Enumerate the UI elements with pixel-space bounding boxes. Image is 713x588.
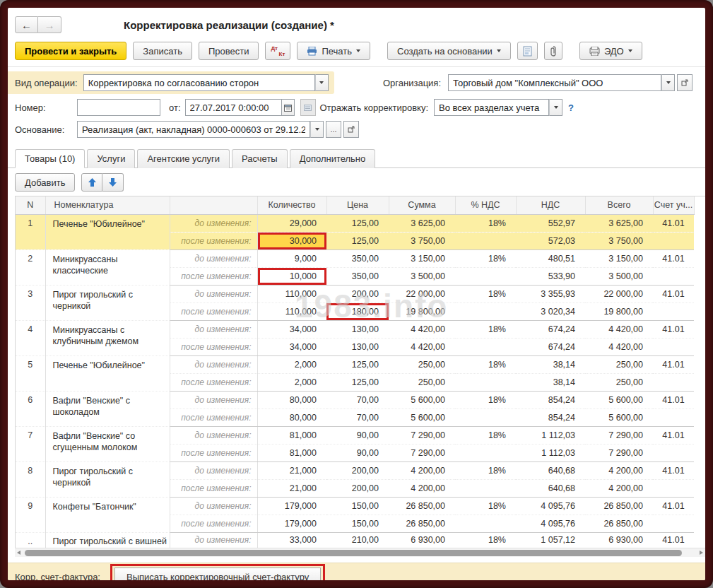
report-structure-button[interactable]: [517, 42, 538, 60]
before-account-cell[interactable]: 41.01: [653, 214, 694, 232]
after-quantity-cell-highlighted[interactable]: 30,000: [257, 232, 326, 249]
col-header-sum[interactable]: Сумма: [389, 196, 455, 214]
before-change-label[interactable]: до изменения:: [170, 285, 257, 302]
nomenclature-cell[interactable]: Миникруассаны с клубничным джемом: [45, 320, 170, 355]
scroll-left-icon[interactable]: [17, 551, 20, 555]
after-sum-cell[interactable]: 250,00: [389, 373, 455, 391]
print-button[interactable]: Печать: [297, 42, 370, 60]
after-vat-rate-cell[interactable]: [455, 408, 516, 426]
row-number-cell[interactable]: 6: [16, 391, 45, 426]
move-up-button[interactable]: [81, 173, 102, 192]
tab-additional[interactable]: Дополнительно: [290, 149, 376, 168]
organization-dropdown-button[interactable]: [661, 74, 675, 91]
after-change-label[interactable]: после изменения:: [170, 373, 257, 391]
before-vat-rate-cell[interactable]: 18%: [455, 355, 516, 373]
operation-dropdown-button[interactable]: [315, 74, 329, 91]
before-account-cell[interactable]: 41.01: [653, 320, 694, 338]
col-header-vat-rate[interactable]: % НДС: [455, 196, 516, 214]
after-price-cell[interactable]: 125,00: [326, 232, 389, 249]
before-sum-cell[interactable]: 3 150,00: [389, 249, 455, 267]
after-account-cell[interactable]: [653, 338, 694, 355]
before-account-cell[interactable]: 41.01: [653, 391, 694, 408]
row-number-cell[interactable]: 3: [16, 285, 45, 320]
after-price-cell[interactable]: 350,00: [326, 267, 389, 285]
after-sum-cell[interactable]: 26 850,00: [389, 514, 455, 532]
after-total-cell[interactable]: 5 600,00: [585, 408, 653, 426]
before-price-cell[interactable]: 200,00: [326, 285, 389, 302]
before-quantity-cell[interactable]: 81,000: [257, 426, 326, 444]
before-quantity-cell[interactable]: 80,000: [257, 391, 326, 408]
base-document-field[interactable]: Реализация (акт, накладная) 0000-000603 …: [77, 121, 310, 138]
before-vat-rate-cell[interactable]: 18%: [455, 249, 516, 267]
nomenclature-cell[interactable]: Вафли "Венские" со сгущенным молоком: [45, 426, 170, 461]
after-sum-cell[interactable]: 5 600,00: [389, 408, 455, 426]
before-account-cell[interactable]: 41.01: [653, 249, 694, 267]
tab-goods[interactable]: Товары (10): [15, 149, 85, 168]
reflect-dropdown-button[interactable]: [549, 99, 562, 116]
col-header-total[interactable]: Всего: [585, 196, 653, 214]
row-number-cell[interactable]: 2: [16, 249, 45, 285]
before-account-cell[interactable]: 41.01: [653, 285, 694, 302]
row-number-cell[interactable]: 9: [16, 497, 45, 532]
before-price-cell[interactable]: 90,00: [326, 426, 389, 444]
after-total-cell[interactable]: 4 420,00: [585, 338, 653, 355]
after-vat-cell[interactable]: 3 020,34: [516, 302, 585, 320]
after-vat-cell[interactable]: 38,14: [516, 373, 585, 391]
before-account-cell[interactable]: 41.01: [653, 426, 694, 444]
before-change-label[interactable]: до изменения:: [170, 532, 257, 548]
before-vat-cell[interactable]: 480,51: [516, 249, 585, 267]
nomenclature-cell[interactable]: Конфеты "Батончик": [45, 497, 170, 532]
before-total-cell[interactable]: 26 850,00: [585, 497, 653, 514]
after-total-cell[interactable]: 250,00: [585, 373, 653, 391]
before-total-cell[interactable]: 250,00: [585, 355, 653, 373]
nomenclature-cell[interactable]: Миникруассаны классические: [45, 249, 170, 285]
after-total-cell[interactable]: 7 290,00: [585, 444, 653, 461]
add-row-button[interactable]: Добавить: [15, 173, 75, 192]
after-quantity-cell[interactable]: 2,000: [257, 373, 326, 391]
after-change-label[interactable]: после изменения:: [170, 302, 257, 320]
after-vat-cell[interactable]: 674,24: [516, 338, 585, 355]
after-sum-cell[interactable]: 19 800,00: [389, 302, 455, 320]
before-vat-cell[interactable]: 3 355,93: [516, 285, 585, 302]
after-total-cell[interactable]: 3 750,00: [585, 232, 653, 249]
date-field[interactable]: 27.07.2017 0:00:00: [185, 99, 281, 116]
nomenclature-cell[interactable]: Пирог тирольский с вишней: [45, 532, 170, 548]
after-sum-cell[interactable]: 4 200,00: [389, 479, 455, 497]
horizontal-scrollbar[interactable]: [15, 548, 705, 557]
col-header-vat[interactable]: НДС: [516, 196, 585, 214]
after-account-cell[interactable]: [653, 444, 694, 461]
after-total-cell[interactable]: 19 800,00: [585, 302, 653, 320]
after-price-cell[interactable]: 90,00: [326, 444, 389, 461]
after-change-label[interactable]: после изменения:: [170, 408, 257, 426]
col-header-quantity[interactable]: Количество: [257, 196, 326, 214]
after-change-label[interactable]: после изменения:: [170, 479, 257, 497]
after-change-label[interactable]: после изменения:: [170, 514, 257, 532]
after-account-cell[interactable]: [653, 302, 694, 320]
before-price-cell[interactable]: 70,00: [326, 391, 389, 408]
before-change-label[interactable]: до изменения:: [170, 497, 257, 514]
before-vat-cell[interactable]: 4 095,76: [516, 497, 585, 514]
after-change-label[interactable]: после изменения:: [170, 444, 257, 461]
scrollbar-thumb[interactable]: [25, 550, 682, 556]
before-sum-cell[interactable]: 26 850,00: [389, 497, 455, 514]
organization-open-button[interactable]: [677, 74, 693, 91]
after-vat-rate-cell[interactable]: [455, 514, 516, 532]
after-price-cell-highlighted[interactable]: 180,00: [326, 302, 389, 320]
col-header-price[interactable]: Цена: [326, 196, 389, 214]
before-vat-rate-cell[interactable]: 18%: [455, 461, 516, 479]
before-price-cell[interactable]: 200,00: [326, 461, 389, 479]
row-number-cell[interactable]: 8: [16, 461, 45, 497]
after-sum-cell[interactable]: 7 290,00: [389, 444, 455, 461]
operation-type-field[interactable]: Корректировка по согласованию сторон: [83, 74, 315, 91]
before-sum-cell[interactable]: 7 290,00: [389, 426, 455, 444]
before-price-cell[interactable]: 150,00: [326, 497, 389, 514]
after-sum-cell[interactable]: 3 750,00: [389, 232, 455, 249]
before-total-cell[interactable]: 5 600,00: [585, 391, 653, 408]
before-quantity-cell[interactable]: 2,000: [257, 355, 326, 373]
after-account-cell[interactable]: [653, 232, 694, 249]
before-sum-cell[interactable]: 4 200,00: [389, 461, 455, 479]
before-quantity-cell[interactable]: 34,000: [257, 320, 326, 338]
before-sum-cell[interactable]: 250,00: [389, 355, 455, 373]
after-vat-cell[interactable]: 572,03: [516, 232, 585, 249]
scroll-right-icon[interactable]: [700, 551, 703, 555]
